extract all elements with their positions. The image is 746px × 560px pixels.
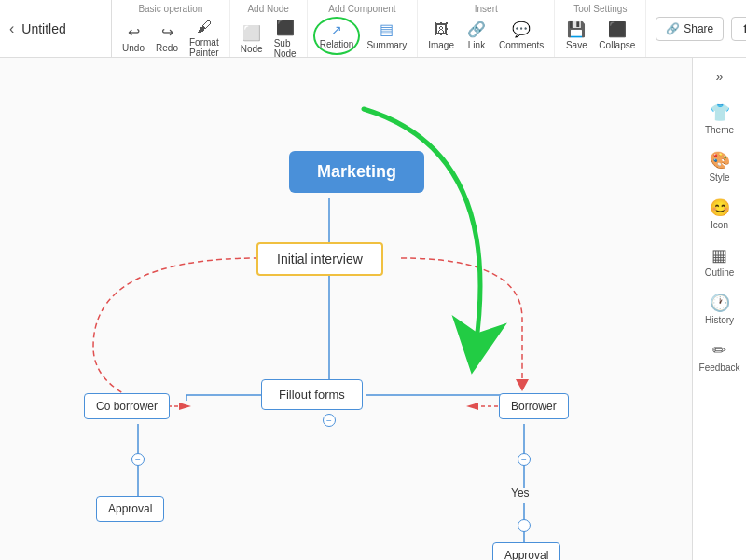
node-fillout-forms[interactable]: Fillout forms [261,379,363,410]
sidebar-item-feedback[interactable]: ✏ Feedback [697,335,743,378]
node-borrower[interactable]: Borrower [499,393,569,419]
share-icon: 🔗 [666,22,680,35]
group-label-basic: Basic operation [117,4,224,14]
history-icon: 🕐 [710,293,730,313]
sidebar-item-outline[interactable]: ▦ Outline [697,239,743,283]
group-items-tool-settings: 💾 Save ⬛ Collapse [560,16,640,55]
image-icon: 🖼 [434,21,449,38]
outline-icon: ▦ [711,245,727,266]
collapse-circle-yes[interactable]: − [518,519,531,532]
link-button[interactable]: 🔗 Link [461,18,492,53]
toolbar-groups: Basic operation ↩ Undo ↪ Redo 🖌 Format P… [112,0,646,57]
collapse-label: Collapse [599,40,635,50]
sidebar-item-icon[interactable]: 😊 Icon [697,192,743,236]
node-co-borrower[interactable]: Co borrower [84,393,170,419]
image-button[interactable]: 🖼 Image [423,19,459,53]
summary-icon: ▤ [380,20,394,38]
format-painter-label: Format Painter [189,37,219,58]
redo-label: Redo [156,43,178,53]
toolbar-group-tool-settings: Tool Settings 💾 Save ⬛ Collapse [555,0,646,57]
svg-marker-7 [179,403,191,410]
canvas-svg [0,58,692,560]
history-label: History [705,315,734,325]
green-arrow-svg [0,58,692,560]
node-label: Node [241,44,263,54]
sub-node-label: Sub Node [274,38,297,59]
node-approval-left[interactable]: Approval [96,496,164,522]
relation-icon: ↗ [331,22,342,37]
save-icon: 💾 [567,20,586,38]
export-icon: ⬆ [741,22,746,35]
node-marketing[interactable]: Marketing [289,151,424,193]
sub-node-icon: ⬛ [276,19,295,36]
main-area: Marketing Initial interview Fillout form… [0,58,746,560]
toolbar-group-basic: Basic operation ↩ Undo ↪ Redo 🖌 Format P… [112,0,230,57]
sidebar-item-history[interactable]: 🕐 History [697,287,743,331]
group-label-add-component: Add Component [313,4,412,14]
format-painter-button[interactable]: 🖌 Format Painter [185,16,224,61]
undo-icon: ↩ [128,23,140,41]
icon-icon: 😊 [710,198,730,218]
back-button[interactable]: ‹ [9,20,14,37]
comments-button[interactable]: 💬 Comments [494,18,548,53]
redo-button[interactable]: ↪ Redo [151,20,183,56]
sub-node-button[interactable]: ⬛ Sub Node [269,16,301,61]
toolbar-group-insert: Insert 🖼 Image 🔗 Link 💬 Comments [418,0,555,57]
feedback-label: Feedback [699,362,740,373]
collapse-button[interactable]: ⬛ Collapse [594,18,640,53]
sidebar-collapse-button[interactable]: » [706,65,734,88]
theme-label: Theme [705,125,734,135]
node-button[interactable]: ⬜ Node [236,21,268,57]
group-label-tool-settings: Tool Settings [560,4,640,14]
collapse-icon: ⬛ [608,20,627,38]
image-label: Image [428,40,454,50]
outline-label: Outline [705,267,735,278]
feedback-icon: ✏ [712,340,726,361]
toolbar-left: ‹ Untitled [0,0,112,57]
node-yes[interactable]: Yes [511,486,530,499]
group-label-add-node: Add Node [236,4,301,14]
theme-icon: 👕 [710,102,730,123]
group-items-basic: ↩ Undo ↪ Redo 🖌 Format Painter [117,16,224,61]
collapse-circle-fillout[interactable]: − [323,414,336,427]
redo-icon: ↪ [161,23,173,41]
svg-marker-9 [466,403,478,410]
right-sidebar: » 👕 Theme 🎨 Style 😊 Icon ▦ Outline 🕐 His… [692,58,746,560]
node-icon: ⬜ [242,24,261,42]
save-button[interactable]: 💾 Save [560,18,592,53]
sidebar-item-theme[interactable]: 👕 Theme [697,97,743,141]
group-items-add-node: ⬜ Node ⬛ Sub Node [236,16,301,61]
style-icon: 🎨 [710,150,730,171]
icon-label: Icon [711,220,728,230]
format-painter-icon: 🖌 [197,19,212,35]
summary-label: Summary [366,40,407,50]
toolbar-right: 🔗 Share ⬆ Export [646,0,746,57]
sidebar-item-style[interactable]: 🎨 Style [697,144,743,188]
summary-button[interactable]: ▤ Summary [362,18,411,53]
share-label: Share [684,22,713,35]
relation-button[interactable]: ↗ Relation [313,17,361,55]
link-label: Link [468,40,485,50]
style-label: Style [709,172,729,183]
collapse-circle-borrower[interactable]: − [518,453,531,466]
relation-label: Relation [320,39,354,49]
undo-button[interactable]: ↩ Undo [117,20,149,56]
save-label: Save [566,40,587,50]
group-items-add-component: ↗ Relation ▤ Summary [313,16,412,55]
toolbar-group-add-component: Add Component ↗ Relation ▤ Summary [308,0,419,57]
comments-icon: 💬 [512,20,531,38]
group-label-insert: Insert [423,4,548,14]
node-initial-interview[interactable]: Initial interview [256,242,383,276]
toolbar-group-add-node: Add Node ⬜ Node ⬛ Sub Node [230,0,308,57]
group-items-insert: 🖼 Image 🔗 Link 💬 Comments [423,16,548,55]
undo-label: Undo [122,43,145,53]
link-icon: 🔗 [467,20,486,38]
export-button[interactable]: ⬆ Export [731,17,746,41]
share-button[interactable]: 🔗 Share [656,17,724,41]
collapse-circle-coborrower[interactable]: − [131,453,145,466]
canvas[interactable]: Marketing Initial interview Fillout form… [0,58,692,560]
toolbar: ‹ Untitled Basic operation ↩ Undo ↪ Redo… [0,0,746,58]
app-title: Untitled [21,21,65,36]
node-approval-right[interactable]: Approval [492,542,560,560]
svg-marker-5 [516,379,529,391]
